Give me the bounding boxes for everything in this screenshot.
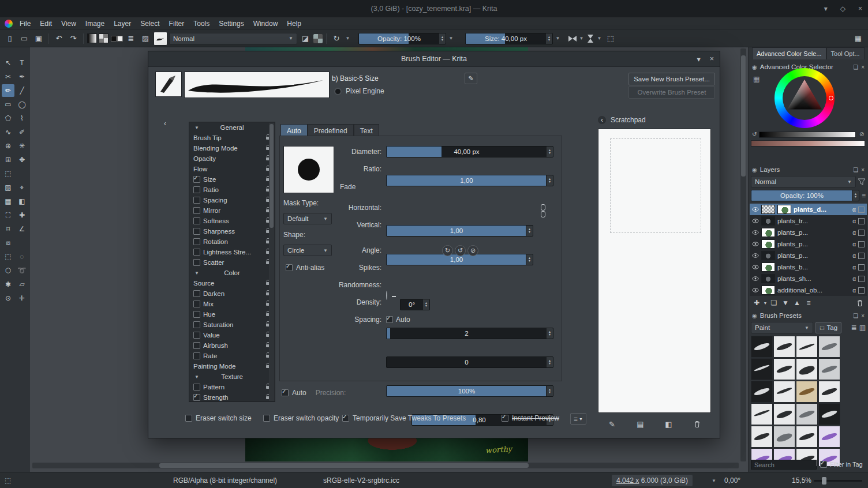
layer-visibility-icon[interactable]	[752, 253, 759, 258]
brush-preset-thumbnail[interactable]	[773, 426, 795, 448]
preset-search-input[interactable]	[751, 460, 817, 470]
alpha-lock-icon[interactable]: α	[852, 230, 856, 236]
redo-icon[interactable]: ↷	[67, 32, 80, 45]
inherit-alpha-icon[interactable]	[858, 264, 865, 271]
spinner-buttons[interactable]: ▲▼	[546, 386, 553, 396]
preserve-alpha-icon[interactable]	[313, 34, 323, 43]
assistants-tool-icon[interactable]: ⌑	[2, 223, 14, 235]
alpha-lock-icon[interactable]: α	[852, 207, 856, 213]
option-flow[interactable]: Flow	[189, 164, 275, 174]
brush-preset-thumbnail[interactable]	[751, 336, 773, 358]
brush-preset-thumbnail[interactable]	[773, 381, 795, 403]
spikes-slider[interactable]: 2 ▲▼	[386, 328, 553, 339]
move-tool-icon[interactable]: ✥	[16, 153, 28, 166]
ellipse-tool-icon[interactable]: ◯	[16, 98, 28, 111]
brush-preset-thumbnail[interactable]	[751, 381, 773, 403]
open-document-icon[interactable]: ▭	[18, 32, 31, 45]
close-window-icon[interactable]: ×	[858, 5, 862, 13]
ratio-slider[interactable]: 1,00 ▲▼	[386, 175, 553, 186]
spinner-buttons[interactable]: ▲▼	[545, 33, 552, 44]
gradient-chooser-icon[interactable]	[87, 33, 97, 43]
menu-file[interactable]: File	[15, 17, 35, 30]
add-layer-dropdown-icon[interactable]: ▼	[762, 298, 768, 308]
mask-type-dropdown[interactable]: Default▼	[283, 213, 332, 224]
option-rotation[interactable]: Rotation	[189, 237, 275, 247]
options-section-texture[interactable]: ▼Texture	[189, 371, 275, 382]
layer-row[interactable]: plants_p... α	[750, 227, 867, 238]
brush-size-slider[interactable]: Size: 40,00 px ▲▼	[465, 33, 553, 44]
crop-tool-icon[interactable]: ⬚	[2, 167, 14, 180]
layer-visibility-icon[interactable]	[752, 288, 759, 292]
edit-shapes-tool-icon[interactable]: ✂	[2, 70, 14, 83]
tab-auto[interactable]: Auto	[280, 124, 308, 137]
checkbox[interactable]	[193, 228, 200, 235]
brush-preset-chooser-icon[interactable]	[154, 32, 167, 46]
canvas-horizontal-scrollbar[interactable]	[32, 463, 739, 468]
maximize-window-icon[interactable]: ◇	[840, 5, 845, 13]
checkbox[interactable]	[193, 186, 200, 193]
brush-preset-thumbnail[interactable]	[773, 336, 795, 358]
chevron-down-icon[interactable]: ▼	[345, 33, 351, 44]
option-mix[interactable]: Mix	[189, 299, 275, 309]
option-blending-mode[interactable]: Blending Mode	[189, 143, 275, 153]
save-new-preset-button[interactable]: Save New Brush Preset...	[628, 73, 715, 85]
shade-dialog-icon[interactable]: ▾	[697, 55, 700, 63]
docker-lock-icon[interactable]: ◉	[752, 64, 757, 70]
add-layer-button[interactable]: ✚	[751, 298, 762, 308]
menu-select[interactable]: Select	[136, 17, 164, 30]
mirror-horizontal-icon[interactable]	[568, 36, 577, 42]
menu-filter[interactable]: Filter	[164, 17, 189, 30]
ellipse-select-tool-icon[interactable]: ◌	[16, 250, 28, 263]
option-softness[interactable]: Softness	[189, 216, 275, 226]
option-airbrush[interactable]: Airbrush	[189, 340, 275, 351]
layer-thumbnail[interactable]	[761, 262, 775, 272]
selection-status-icon[interactable]: ⬚	[5, 472, 11, 488]
checkbox[interactable]	[193, 207, 200, 214]
measure-tool-icon[interactable]: ∠	[16, 223, 28, 235]
option-sharpness[interactable]: Sharpness	[189, 226, 275, 237]
tab-advanced-color-selector[interactable]: Advanced Color Sele...	[752, 47, 826, 59]
close-dialog-icon[interactable]: ×	[710, 55, 714, 63]
menu-window[interactable]: Window	[249, 17, 283, 30]
brush-preset-thumbnail[interactable]	[818, 426, 840, 448]
layer-thumbnail[interactable]	[761, 286, 775, 295]
option-value[interactable]: Value	[189, 330, 275, 340]
new-document-icon[interactable]: ▯	[3, 32, 16, 45]
option-brush-tip[interactable]: Brush Tip	[189, 133, 275, 143]
menu-help[interactable]: Help	[282, 17, 306, 30]
layer-properties-button[interactable]: ≡	[803, 298, 814, 308]
option-rate[interactable]: Rate	[189, 351, 275, 361]
checkbox[interactable]	[193, 249, 200, 256]
layer-blending-dropdown[interactable]: Normal▼	[751, 176, 856, 187]
brush-preset-thumbnail[interactable]	[751, 426, 773, 448]
layer-list-menu-icon[interactable]: ≡	[862, 192, 866, 200]
move-layer-up-button[interactable]: ▲	[791, 298, 803, 308]
checkbox[interactable]	[193, 176, 200, 183]
menu-view[interactable]: View	[57, 17, 81, 30]
color-wheel[interactable]	[775, 68, 835, 128]
layer-row[interactable]: plants_b... α	[750, 261, 867, 273]
brush-preset-thumbnail[interactable]	[773, 403, 795, 425]
tag-filter-dropdown[interactable]: Paint▼	[751, 322, 813, 333]
dialog-titlebar[interactable]: Brush Editor — Krita ▾ ×	[148, 51, 720, 67]
move-layer-down-button[interactable]: ▼	[780, 298, 791, 308]
layer-visibility-icon[interactable]	[752, 242, 759, 246]
precision-auto-checkbox[interactable]	[282, 389, 289, 396]
rotate-disabled-icon[interactable]: ⊘	[467, 245, 478, 256]
spinner-buttons[interactable]: ▲▼	[439, 33, 446, 44]
fill-gradient-icon[interactable]: ◧	[664, 419, 674, 429]
checkbox[interactable]	[193, 394, 200, 401]
mirror-vertical-icon[interactable]	[588, 35, 593, 43]
fg-bg-color-icon[interactable]	[110, 32, 123, 45]
option-pattern[interactable]: Pattern	[189, 382, 275, 392]
checkbox[interactable]	[193, 197, 200, 204]
freehand-select-tool-icon[interactable]: ➰	[16, 264, 28, 277]
alpha-lock-icon[interactable]: α	[852, 264, 856, 271]
fill-display-icon[interactable]: ▤	[636, 419, 645, 429]
checkbox[interactable]	[193, 311, 200, 318]
magnetic-select-tool-icon[interactable]: ▱	[16, 278, 28, 291]
paint-scratchpad-icon[interactable]: ✎	[608, 419, 617, 429]
multibrush-tool-icon[interactable]: ✳	[16, 140, 28, 152]
brush-preset-thumbnail[interactable]	[818, 336, 840, 358]
color-sampler-tool-icon[interactable]: ⌖	[16, 181, 28, 194]
